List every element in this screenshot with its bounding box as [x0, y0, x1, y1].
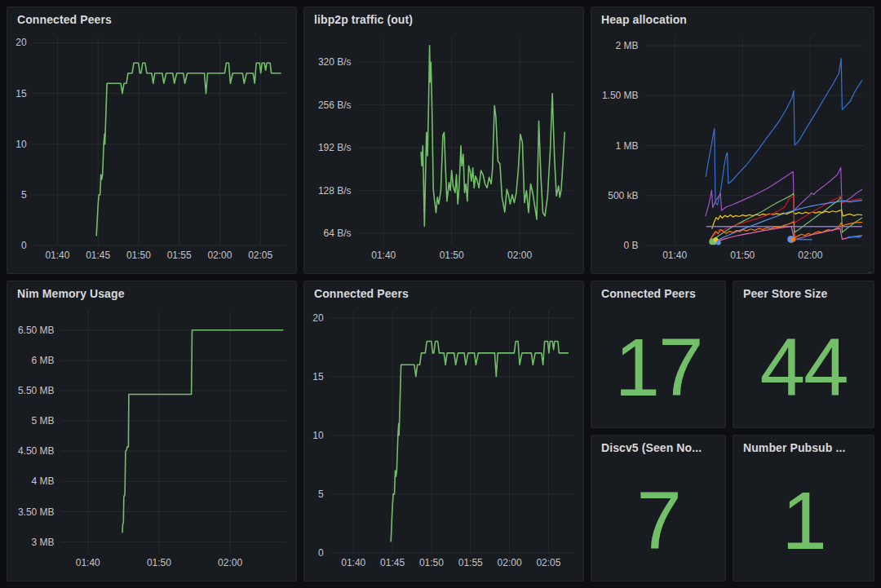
y-axis-tick-label: 256 B/s [318, 99, 352, 111]
y-axis-tick-label: 6 MB [32, 355, 55, 366]
x-axis-tick-label: 01:55 [167, 250, 192, 261]
chart-plot[interactable]: 64 B/s128 B/s192 B/s256 B/s320 B/s01:400… [309, 32, 578, 263]
x-axis-tick-label: 02:00 [218, 557, 242, 568]
x-axis-tick-label: 01:40 [341, 557, 365, 568]
panel-title[interactable]: Heap allocation [601, 13, 864, 26]
x-axis-tick-label: 02:00 [498, 557, 522, 568]
y-axis-tick-label: 15 [15, 88, 27, 99]
y-axis-tick-label: 1.50 MB [602, 90, 639, 101]
panel-libp2p-traffic-in: Nim Memory Usage 3 MB3.50 MB4 MB4.50 MB5… [7, 281, 297, 581]
chart-legend: traffic_out [304, 267, 583, 274]
series-lines [391, 342, 568, 542]
chart-legend: nim_gc_heap_instance_occupied_bytesnim_g… [591, 267, 874, 274]
legend-item[interactable]: libp2p_peers [17, 269, 286, 274]
y-axis-tick-label: 10 [312, 430, 324, 441]
panel-title[interactable]: Peer Store Size [743, 287, 864, 300]
panel-heap-allocation: Heap allocation 0 B500 kB1 MB1.50 MB2 MB… [591, 7, 874, 274]
y-axis-tick-label: 1 MB [616, 140, 639, 152]
series-line [391, 342, 568, 542]
gridlines: 64 B/s128 B/s192 B/s256 B/s320 B/s01:400… [318, 37, 573, 261]
y-axis-tick-label: 4 MB [32, 475, 55, 487]
chart-area[interactable]: 0 B500 kB1 MB1.50 MB2 MB01:4001:5002:00 [596, 32, 869, 267]
grafana-dashboard: Connected Peers 0510152001:4001:4501:500… [0, 0, 881, 588]
panel-libp2p-traffic-out: libp2p traffic (out) 64 B/s128 B/s192 B/… [303, 7, 584, 274]
chart-plot[interactable]: 0 B500 kB1 MB1.50 MB2 MB01:4001:5002:00 [596, 32, 869, 263]
stat-value-area: 17 [591, 306, 725, 427]
x-axis-tick-label: 01:40 [45, 250, 69, 261]
panel-header: Number Pubsub ... [733, 435, 874, 460]
gridlines: 0510152001:4001:4501:5001:5502:0002:05 [312, 311, 573, 568]
y-axis-tick-label: 0 [21, 240, 27, 251]
chart-area[interactable]: 3 MB3.50 MB4 MB4.50 MB5 MB5.50 MB6 MB6.5… [12, 306, 291, 574]
gridlines: 0510152001:4001:4501:5001:5502:0002:05 [15, 37, 286, 261]
x-axis-tick-label: 01:50 [147, 557, 171, 568]
y-axis-tick-label: 5 [21, 189, 27, 201]
panel-title[interactable]: libp2p traffic (out) [314, 13, 573, 26]
x-axis-tick-label: 02:05 [248, 250, 272, 261]
panel-header: Connected Peers [591, 281, 725, 306]
series-lines [421, 46, 564, 227]
y-axis-tick-label: 15 [312, 371, 324, 382]
stat-value: 17 [614, 326, 702, 408]
legend-series-label: nim_gc_mem_bytes [35, 581, 122, 582]
stat-value: 7 [636, 480, 680, 561]
y-axis-tick-label: 6.50 MB [18, 325, 55, 336]
panel-header: Connected Peers [7, 7, 296, 32]
series-point [790, 237, 795, 242]
y-axis-tick-label: 500 kB [608, 190, 638, 201]
x-axis-tick-label: 02:05 [536, 557, 560, 568]
stat-value-area: 44 [733, 306, 874, 427]
y-axis-tick-label: 0 [318, 547, 324, 559]
y-axis-tick-label: 0 B [624, 240, 639, 251]
legend-series-label: nim_gc_heap_instance_occupied_bytes [619, 273, 794, 275]
chart-legend: nim_gc_mem_bytes [7, 574, 296, 581]
chart-area[interactable]: 64 B/s128 B/s192 B/s256 B/s320 B/s01:400… [309, 32, 578, 267]
panel-stat-connected-peers: Connected Peers 17 [591, 281, 726, 428]
legend-item[interactable]: nim_gc_heap_instance_occupied_bytes [601, 269, 864, 274]
y-axis-tick-label: 5 [318, 489, 324, 500]
panel-nim-memory-usage: Connected Peers 0510152001:4001:4501:500… [303, 281, 584, 581]
chart-legend: libp2p_peers [304, 574, 583, 581]
panel-title[interactable]: Nim Memory Usage [17, 287, 286, 300]
panel-header: Connected Peers [304, 281, 583, 306]
panel-header: libp2p traffic (out) [304, 7, 583, 32]
x-axis-tick-label: 01:50 [419, 557, 444, 568]
x-axis-tick-label: 01:40 [371, 250, 396, 261]
legend-item[interactable]: libp2p_peers [314, 577, 573, 581]
series-line [706, 59, 861, 206]
chart-area[interactable]: 0510152001:4001:4501:5001:5502:0002:05 [309, 306, 578, 574]
y-axis-tick-label: 5.50 MB [18, 385, 55, 396]
y-axis-tick-label: 4.50 MB [18, 445, 55, 457]
panel-title[interactable]: Connected Peers [314, 287, 573, 300]
chart-plot[interactable]: 3 MB3.50 MB4 MB4.50 MB5 MB5.50 MB6 MB6.5… [12, 306, 291, 571]
x-axis-tick-label: 01:45 [380, 557, 405, 568]
stat-value: 1 [781, 480, 826, 561]
panel-stat-discv5-seen-nodes: Discv5 (Seen No... 7 [591, 435, 726, 581]
series-lines [706, 59, 862, 245]
x-axis-tick-label: 01:40 [76, 557, 100, 568]
stat-value: 44 [759, 326, 847, 408]
panel-title[interactable]: Connected Peers [601, 287, 715, 300]
y-axis-tick-label: 20 [312, 312, 324, 324]
y-axis-tick-label: 5 MB [32, 415, 55, 427]
y-axis-tick-label: 3.50 MB [18, 506, 55, 518]
chart-area[interactable]: 0510152001:4001:4501:5001:5502:0002:05 [12, 32, 291, 267]
y-axis-tick-label: 20 [15, 37, 27, 48]
series-line [710, 222, 861, 241]
stat-value-area: 1 [733, 460, 874, 581]
panel-title[interactable]: Number Pubsub ... [743, 441, 864, 454]
legend-item[interactable]: traffic_out [314, 269, 573, 274]
legend-scrollbar[interactable] [868, 272, 871, 274]
panel-header: Discv5 (Seen No... [591, 435, 725, 460]
chart-plot[interactable]: 0510152001:4001:4501:5001:5502:0002:05 [12, 32, 291, 263]
gridlines: 0 B500 kB1 MB1.50 MB2 MB01:4001:5002:00 [602, 37, 864, 261]
x-axis-tick-label: 02:00 [207, 250, 232, 261]
panel-title[interactable]: Connected Peers [17, 13, 286, 26]
y-axis-tick-label: 10 [15, 139, 27, 150]
chart-plot[interactable]: 0510152001:4001:4501:5001:5502:0002:05 [309, 306, 578, 571]
panel-connected-peers-graph: Connected Peers 0510152001:4001:4501:500… [7, 7, 297, 274]
legend-item[interactable]: nim_gc_mem_bytes [17, 577, 286, 581]
panel-title[interactable]: Discv5 (Seen No... [601, 441, 715, 454]
series-point [716, 241, 721, 245]
y-axis-tick-label: 64 B/s [324, 228, 352, 239]
